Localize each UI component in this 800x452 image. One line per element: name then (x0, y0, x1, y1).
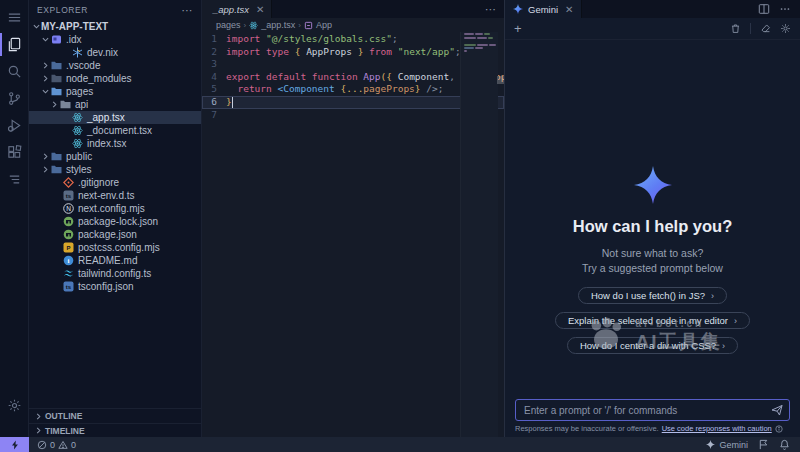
gemini-logo-icon (634, 166, 672, 204)
status-bar: 0 0 Gemini (0, 437, 800, 452)
chevron-right-icon (40, 153, 50, 160)
tree-item-node_modules[interactable]: node_modules (29, 72, 201, 85)
tab-app-tsx[interactable]: _app.tsx ✕ (202, 0, 272, 18)
tree-item-styles[interactable]: styles (29, 163, 201, 176)
status-bar-right: Gemini (706, 439, 800, 450)
tree-item-pages[interactable]: pages (29, 85, 201, 98)
pages-file-icon (51, 86, 62, 97)
tree-item-MY-APP-TEXT[interactable]: MY-APP-TEXT (29, 20, 201, 33)
prompt-input[interactable] (515, 399, 790, 421)
code-line-2[interactable]: 2import type { AppProps } from "next/app… (202, 46, 504, 59)
remote-icon (10, 440, 20, 450)
editor-more-icon[interactable]: ⋯ (485, 3, 504, 16)
info-icon (775, 425, 783, 433)
code-line-5[interactable]: 5 return <Component {...pageProps} />; (202, 83, 504, 96)
main-row: EXPLORER ⋯ MY-APP-TEXT.idxdev.nix.vscode… (0, 0, 800, 437)
npm-file-icon (63, 216, 74, 227)
close-icon[interactable]: ✕ (565, 4, 573, 15)
tree-item-next.config.mjs[interactable]: Nnext.config.mjs (29, 202, 201, 215)
gear-icon[interactable] (780, 23, 791, 34)
code-line-7[interactable]: 7 (202, 109, 504, 122)
code-line-1[interactable]: 1import "@/styles/globals.css"; (202, 33, 504, 46)
tree-item-label: postcss.config.mjs (78, 242, 160, 253)
feedback-flag-icon[interactable] (758, 439, 769, 450)
nix-file-icon (72, 47, 83, 58)
activity-source-control-icon[interactable] (0, 85, 28, 112)
welcome-subtitle-line2: Try a suggested prompt below (582, 261, 723, 276)
activity-files-icon[interactable] (0, 31, 28, 58)
section-outline[interactable]: OUTLINE (29, 409, 201, 423)
tree-item-tsconfig.json[interactable]: tstsconfig.json (29, 280, 201, 293)
disclaimer-link[interactable]: Use code responses with caution (662, 424, 772, 433)
tree-item-tailwind.config.ts[interactable]: tailwind.config.ts (29, 267, 201, 280)
new-chat-button[interactable]: + (514, 22, 522, 35)
breadcrumb-file[interactable]: _app.tsx (261, 20, 295, 30)
tree-item-next-env.d.ts[interactable]: tsnext-env.d.ts (29, 189, 201, 202)
tree-item-postcss.config.mjs[interactable]: Ppostcss.config.mjs (29, 241, 201, 254)
panel-tab-label: Gemini (528, 4, 558, 15)
suggestion-chip-1[interactable]: How do I use fetch() in JS?› (578, 287, 727, 304)
tree-item-_app.tsx[interactable]: _app.tsx (29, 111, 201, 124)
svg-text:i: i (68, 257, 70, 265)
activity-menu-icon[interactable] (0, 4, 28, 31)
tree-item-label: package.json (78, 229, 137, 240)
tree-item-package.json[interactable]: package.json (29, 228, 201, 241)
tree-item-label: tsconfig.json (78, 281, 134, 292)
symbol-icon (304, 21, 313, 30)
tree-item-.vscode[interactable]: .vscode (29, 59, 201, 72)
more-icon[interactable] (779, 3, 791, 15)
react-icon (249, 21, 258, 30)
breadcrumb-pages[interactable]: pages (216, 20, 241, 30)
eraser-icon[interactable] (760, 23, 771, 34)
line-number: 7 (202, 109, 226, 122)
code-line-6[interactable]: 6} (202, 96, 504, 109)
activity-run-debug-icon[interactable] (0, 112, 28, 139)
tree-item-dev.nix[interactable]: dev.nix (29, 46, 201, 59)
gemini-welcome: How can I help you? Not sure what to ask… (505, 40, 800, 396)
remote-indicator[interactable] (0, 437, 29, 452)
send-icon[interactable] (771, 404, 783, 416)
post-file-icon: P (63, 242, 74, 253)
line-number: 6 (202, 96, 226, 109)
gemini-sparkle-icon (706, 440, 715, 449)
tree-item-label: _app.tsx (87, 112, 125, 123)
gemini-status[interactable]: Gemini (706, 440, 748, 450)
section-timeline[interactable]: TIMELINE (29, 423, 201, 437)
minimap-line (464, 50, 496, 52)
tree-item-label: node_modules (66, 73, 132, 84)
tree-item-index.tsx[interactable]: index.tsx (29, 137, 201, 150)
split-editor-icon[interactable] (758, 3, 770, 15)
welcome-subtitle: Not sure what to ask? Try a suggested pr… (582, 246, 723, 275)
suggestion-chip-3[interactable]: How do I center a div with CSS?› (567, 337, 738, 354)
gemini-toolbar-actions (730, 23, 791, 34)
tree-item-README.md[interactable]: iREADME.md (29, 254, 201, 267)
trash-icon[interactable] (730, 23, 741, 34)
tab-gemini[interactable]: Gemini ✕ (505, 0, 582, 18)
tree-item-.gitignore[interactable]: .gitignore (29, 176, 201, 189)
code-line-4[interactable]: 4export default function App({ Component… (202, 71, 504, 84)
problems-status[interactable]: 0 0 (37, 440, 76, 450)
minimap[interactable] (460, 32, 498, 437)
code-line-content: } (226, 96, 233, 109)
code-line-3[interactable]: 3 (202, 58, 504, 71)
tree-item-.idx[interactable]: .idx (29, 33, 201, 46)
code-editor[interactable]: 1import "@/styles/globals.css";2import t… (202, 32, 504, 437)
code-line-content: import type { AppProps } from "next/app"… (226, 46, 461, 59)
tree-item-api[interactable]: api (29, 98, 201, 111)
activity-idx-panel-icon[interactable] (0, 166, 28, 193)
tree-item-label: next-env.d.ts (78, 190, 135, 201)
tree-item-_document.tsx[interactable]: _document.tsx (29, 124, 201, 137)
suggestion-chip-2[interactable]: Explain the selected code in my editor› (555, 312, 750, 329)
tree-item-package-lock.json[interactable]: package-lock.json (29, 215, 201, 228)
explorer-more-icon[interactable]: ⋯ (181, 4, 193, 17)
activity-settings-gear-icon[interactable] (0, 392, 28, 419)
bell-icon[interactable] (779, 439, 790, 450)
activity-search-icon[interactable] (0, 58, 28, 85)
next-file-icon: N (63, 203, 74, 214)
tree-item-public[interactable]: public (29, 150, 201, 163)
close-icon[interactable]: ✕ (256, 4, 264, 15)
breadcrumb-symbol[interactable]: App (316, 20, 332, 30)
gemini-panel: Gemini ✕ + How can I help (505, 0, 800, 437)
minimap-slider[interactable] (497, 76, 504, 84)
activity-extensions-icon[interactable] (0, 139, 28, 166)
